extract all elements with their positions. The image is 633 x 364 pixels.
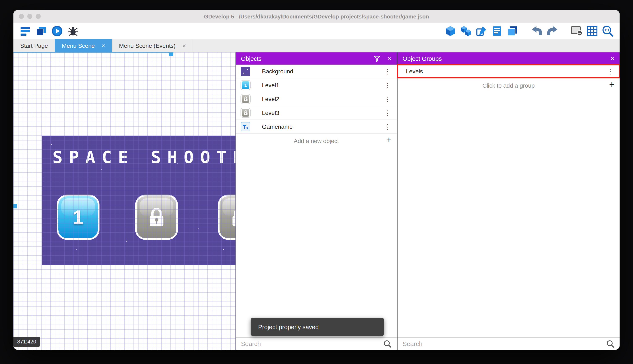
add-group-label: Click to add a group xyxy=(482,82,535,89)
groups-panel-empty-area xyxy=(398,92,619,337)
tab-start-page-label: Start Page xyxy=(20,42,48,49)
object-groups-panel-title: Object Groups xyxy=(403,55,603,62)
add-new-object-row[interactable]: Add a new object + xyxy=(236,134,397,148)
objects-search-input[interactable] xyxy=(241,340,383,347)
window-mask-icon xyxy=(571,26,583,36)
preview-window-button[interactable] xyxy=(35,24,48,38)
object-row-level2[interactable]: Level2 ⋮ xyxy=(236,92,397,106)
project-manager-button[interactable] xyxy=(19,24,32,38)
object-label: Gamename xyxy=(262,123,382,130)
level3-object-lock-icon xyxy=(241,108,250,118)
zoom-1-1-icon: 1:1 xyxy=(602,25,614,37)
objects-panel-button[interactable] xyxy=(444,24,457,38)
object-groups-icon xyxy=(460,26,471,36)
tab-menu-scene-close-icon[interactable]: × xyxy=(102,42,105,49)
level2-object-lock-icon xyxy=(241,94,250,104)
object-groups-panel: Object Groups × Levels ⋮ Click to add a … xyxy=(397,52,619,350)
background-object-icon xyxy=(241,67,250,76)
level1-button-instance: 1 xyxy=(57,194,100,240)
instances-list-button[interactable] xyxy=(490,24,504,38)
object-menu-icon[interactable]: ⋮ xyxy=(382,95,393,103)
object-groups-panel-header: Object Groups × xyxy=(398,52,619,64)
toolbar-right: 1:1 xyxy=(444,24,614,38)
redo-button[interactable] xyxy=(546,24,559,38)
object-row-level1[interactable]: 1 Level1 ⋮ xyxy=(236,78,397,92)
lock-icon xyxy=(230,206,235,228)
object-label: Level1 xyxy=(262,82,382,88)
tab-start-page[interactable]: Start Page xyxy=(14,39,55,52)
object-label: Level2 xyxy=(262,96,382,102)
object-menu-icon[interactable]: ⋮ xyxy=(382,81,393,89)
tab-bar: Start Page Menu Scene × Menu Scene (Even… xyxy=(14,39,619,52)
undo-arrow-icon xyxy=(531,26,543,36)
toolbar: 1:1 xyxy=(14,23,619,39)
level3-button-instance xyxy=(218,194,235,240)
search-icon xyxy=(606,340,614,348)
save-toast: Project properly saved xyxy=(251,318,384,336)
debug-bug-icon xyxy=(68,26,79,36)
project-manager-icon xyxy=(20,26,31,36)
window-mask-button[interactable] xyxy=(570,24,583,38)
layers-icon xyxy=(507,26,518,36)
level2-button-instance xyxy=(135,194,178,240)
level1-number: 1 xyxy=(72,206,84,229)
filter-icon[interactable] xyxy=(373,55,380,62)
add-object-plus-icon[interactable]: + xyxy=(386,134,392,146)
background-instance[interactable]: SPACE SHOOTER 1 xyxy=(42,136,235,265)
object-row-level3[interactable]: Level3 ⋮ xyxy=(236,106,397,120)
debug-button[interactable] xyxy=(66,24,80,38)
redo-arrow-icon xyxy=(546,26,558,36)
toolbar-left xyxy=(19,24,80,38)
grid-icon xyxy=(587,26,598,36)
properties-panel-button[interactable] xyxy=(475,24,488,38)
groups-search-input[interactable] xyxy=(403,340,606,347)
add-group-row[interactable]: Click to add a group + xyxy=(398,78,619,92)
zoom-reset-button[interactable]: 1:1 xyxy=(601,24,614,38)
selection-handle-left[interactable] xyxy=(14,204,17,208)
window-title: GDevelop 5 - /Users/dkarakay/Documents/G… xyxy=(14,13,619,20)
play-icon xyxy=(51,25,63,37)
objects-cube-icon xyxy=(445,26,456,36)
cursor-coordinates: 871;420 xyxy=(14,337,40,347)
preview-window-icon xyxy=(36,26,47,36)
object-groups-panel-close-icon[interactable]: × xyxy=(610,55,614,62)
object-groups-panel-button[interactable] xyxy=(459,24,473,38)
zoom-label: 1:1 xyxy=(604,28,609,32)
toggle-grid-button[interactable] xyxy=(585,24,599,38)
group-menu-icon[interactable]: ⋮ xyxy=(605,67,615,75)
object-label: Background xyxy=(262,68,382,75)
layers-panel-button[interactable] xyxy=(506,24,519,38)
add-group-plus-icon[interactable]: + xyxy=(609,79,614,90)
gdevelop-window: GDevelop 5 - /Users/dkarakay/Documents/G… xyxy=(14,10,619,350)
object-menu-icon[interactable]: ⋮ xyxy=(382,123,393,131)
tab-menu-scene-events-close-icon[interactable]: × xyxy=(182,42,186,49)
object-label: Level3 xyxy=(262,110,382,116)
objects-panel: Objects × Background ⋮ xyxy=(235,52,397,350)
stars-decoration xyxy=(51,144,52,145)
scene-canvas[interactable]: SPACE SHOOTER 1 xyxy=(14,52,235,350)
object-menu-icon[interactable]: ⋮ xyxy=(382,67,393,75)
objects-panel-close-icon[interactable]: × xyxy=(388,55,392,62)
text-object-icon: T x xyxy=(241,122,250,131)
selection-handle-top[interactable] xyxy=(169,52,173,56)
object-row-gamename[interactable]: T x Gamename ⋮ xyxy=(236,120,397,134)
selection-edge xyxy=(14,52,173,53)
play-preview-button[interactable] xyxy=(50,24,64,38)
tab-menu-scene-events-label: Menu Scene (Events) xyxy=(119,42,175,49)
editor-content: SPACE SHOOTER 1 xyxy=(14,52,619,350)
tab-menu-scene[interactable]: Menu Scene × xyxy=(55,39,112,52)
group-label: Levels xyxy=(406,68,605,75)
undo-button[interactable] xyxy=(530,24,544,38)
level1-object-icon: 1 xyxy=(241,80,250,90)
objects-panel-title: Objects xyxy=(241,55,367,62)
group-row-levels[interactable]: Levels ⋮ xyxy=(398,64,619,78)
screenshot-root: GDevelop 5 - /Users/dkarakay/Documents/G… xyxy=(0,0,633,364)
objects-panel-empty-area xyxy=(236,148,397,337)
tab-menu-scene-events[interactable]: Menu Scene (Events) × xyxy=(112,39,193,52)
groups-search-row xyxy=(398,337,619,350)
object-row-background[interactable]: Background ⋮ xyxy=(236,64,397,78)
object-menu-icon[interactable]: ⋮ xyxy=(382,109,393,117)
instances-list-icon xyxy=(492,26,502,36)
add-new-object-label: Add a new object xyxy=(294,137,339,144)
lock-icon xyxy=(147,206,166,228)
